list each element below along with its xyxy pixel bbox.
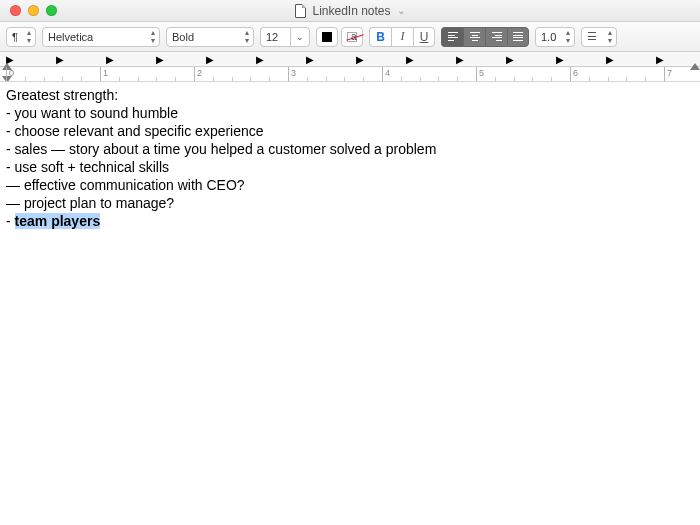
text-line[interactable]: — effective communication with CEO? (6, 176, 694, 194)
ruler-number: 3 (291, 68, 296, 78)
font-size-stepper[interactable]: ⌄ (290, 27, 310, 47)
text-line[interactable]: - you want to sound humble (6, 104, 694, 122)
text-line[interactable]: - choose relevant and specific experienc… (6, 122, 694, 140)
chevron-updown-icon: ▴▾ (151, 29, 154, 45)
font-family-dropdown[interactable]: Helvetica ▴▾ (42, 27, 160, 47)
align-left-button[interactable] (441, 27, 463, 47)
text-line[interactable]: - sales — story about a time you helped … (6, 140, 694, 158)
tab-stop[interactable]: ▶ (456, 54, 464, 65)
document-icon (295, 4, 306, 18)
font-size-input[interactable]: 12 (260, 27, 290, 47)
font-family-value: Helvetica (48, 31, 93, 43)
italic-button[interactable]: I (391, 27, 413, 47)
list-style-dropdown[interactable]: ☰ ▴▾ (581, 27, 617, 47)
text-line[interactable]: Greatest strength: (6, 86, 694, 104)
chevron-updown-icon: ▴▾ (27, 29, 30, 45)
align-justify-icon (513, 32, 523, 41)
window-title-group: LinkedIn notes ⌄ (0, 4, 700, 18)
tab-stop[interactable]: ▶ (206, 54, 214, 65)
ruler-number: 4 (385, 68, 390, 78)
align-left-icon (448, 32, 458, 41)
ruler-number: 7 (667, 68, 672, 78)
line-spacing-value: 1.0 (541, 31, 556, 43)
list-icon: ☰ (587, 30, 597, 43)
align-center-icon (470, 32, 480, 41)
traffic-lights (0, 5, 57, 16)
align-right-button[interactable] (485, 27, 507, 47)
italic-glyph: I (401, 29, 405, 44)
swatch-black-icon (322, 32, 332, 42)
tab-stop[interactable]: ▶ (156, 54, 164, 65)
ruler-scale[interactable]: 01234567 (0, 66, 700, 82)
tab-stop[interactable]: ▶ (506, 54, 514, 65)
ruler-number: 5 (479, 68, 484, 78)
chevron-updown-icon: ▴▾ (566, 29, 569, 45)
paragraph-style-label: ¶ (12, 31, 18, 43)
ruler-number: 0 (9, 68, 14, 78)
right-wrap-marker[interactable] (690, 63, 700, 70)
tab-stop[interactable]: ▶ (306, 54, 314, 65)
line-spacing-dropdown[interactable]: 1.0 ▴▾ (535, 27, 575, 47)
font-weight-dropdown[interactable]: Bold ▴▾ (166, 27, 254, 47)
tab-stop[interactable]: ▶ (106, 54, 114, 65)
window-title: LinkedIn notes (312, 4, 390, 18)
ruler-number: 1 (103, 68, 108, 78)
ruler-tabstops[interactable]: ▶▶▶▶▶▶▶▶▶▶▶▶▶▶ (0, 52, 700, 66)
tab-stop[interactable]: ▶ (406, 54, 414, 65)
ruler-number: 2 (197, 68, 202, 78)
text-line[interactable]: - use soft + technical skills (6, 158, 694, 176)
alignment-group (441, 27, 529, 47)
zoom-window-button[interactable] (46, 5, 57, 16)
text-line[interactable]: - team players (6, 212, 694, 230)
document-body[interactable]: Greatest strength:- you want to sound hu… (0, 82, 700, 234)
chevron-down-icon: ⌄ (296, 32, 304, 42)
align-justify-button[interactable] (507, 27, 529, 47)
tab-stop[interactable]: ▶ (56, 54, 64, 65)
paragraph-style-dropdown[interactable]: ¶ ▴▾ (6, 27, 36, 47)
align-center-button[interactable] (463, 27, 485, 47)
ruler[interactable]: ▶▶▶▶▶▶▶▶▶▶▶▶▶▶ 01234567 (0, 52, 700, 82)
chevron-updown-icon: ▴▾ (608, 29, 611, 45)
close-window-button[interactable] (10, 5, 21, 16)
bold-glyph: B (376, 30, 385, 44)
underline-button[interactable]: U (413, 27, 435, 47)
text-color-button[interactable] (316, 27, 338, 47)
text-line[interactable]: — project plan to manage? (6, 194, 694, 212)
toolbar: ¶ ▴▾ Helvetica ▴▾ Bold ▴▾ 12 ⌄ B I U 1.0… (0, 22, 700, 52)
swatch-strike-icon (347, 32, 357, 42)
font-weight-value: Bold (172, 31, 194, 43)
ruler-number: 6 (573, 68, 578, 78)
title-chevron-icon: ⌄ (397, 5, 405, 16)
bold-button[interactable]: B (369, 27, 391, 47)
underline-glyph: U (420, 30, 429, 44)
chevron-updown-icon: ▴▾ (245, 29, 248, 45)
tab-stop[interactable]: ▶ (356, 54, 364, 65)
tab-stop[interactable]: ▶ (256, 54, 264, 65)
minimize-window-button[interactable] (28, 5, 39, 16)
tab-stop[interactable]: ▶ (606, 54, 614, 65)
titlebar: LinkedIn notes ⌄ (0, 0, 700, 22)
font-size-group: 12 ⌄ (260, 27, 310, 47)
color-group (316, 27, 363, 47)
tab-stop[interactable]: ▶ (656, 54, 664, 65)
font-size-value: 12 (266, 31, 278, 43)
align-right-icon (492, 32, 502, 41)
tab-stop[interactable]: ▶ (556, 54, 564, 65)
text-style-group: B I U (369, 27, 435, 47)
highlight-color-button[interactable] (341, 27, 363, 47)
